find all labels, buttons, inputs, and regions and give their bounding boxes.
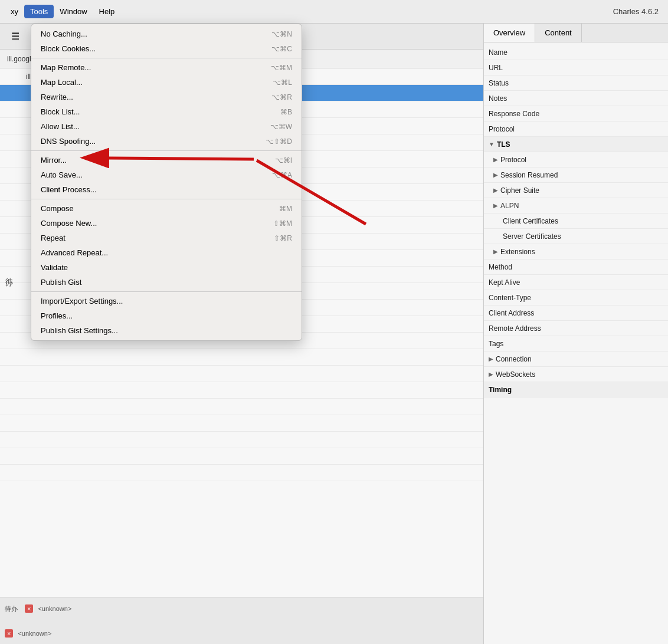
prop-tls-section[interactable]: ▼ TLS [484, 137, 668, 152]
status-badge-1: × [25, 604, 33, 613]
tls-protocol-chevron: ▶ [493, 156, 498, 163]
menu-publish-gist-settings-label: Publish Gist Settings... [41, 326, 118, 335]
status-row-2: × <unknown> [5, 629, 479, 638]
prop-protocol-label: Protocol [489, 125, 515, 133]
prop-kept-alive-label: Kept Alive [489, 278, 520, 287]
prop-url-label: URL [489, 64, 503, 72]
menu-publish-gist-settings[interactable]: Publish Gist Settings... [31, 323, 302, 338]
prop-content-type: Content-Type [484, 290, 668, 305]
menu-rewrite[interactable]: Rewrite... ⌥⌘R [31, 90, 302, 104]
menu-map-remote-label: Map Remote... [41, 63, 91, 72]
prop-connection[interactable]: ▶ Connection [484, 351, 668, 367]
alpn-label: ALPN [500, 202, 519, 210]
menu-xy[interactable]: xy [5, 5, 24, 18]
status-row-1: 待办 × <unknown> [5, 604, 479, 613]
cipher-suite-label: Cipher Suite [500, 186, 539, 195]
session-row-19[interactable] [0, 366, 483, 382]
tls-label: TLS [497, 140, 510, 149]
session-row-21[interactable] [0, 399, 483, 415]
menu-allow-list-shortcut: ⌥⌘W [270, 123, 292, 131]
menu-map-local[interactable]: Map Local... ⌥⌘L [31, 75, 302, 90]
prop-cipher-suite[interactable]: ▶ Cipher Suite [484, 183, 668, 198]
session-row-20[interactable] [0, 382, 483, 399]
session-row-24[interactable] [0, 448, 483, 465]
tls-protocol-label: Protocol [500, 156, 526, 164]
prop-content-type-label: Content-Type [489, 294, 531, 302]
app-title: Charles 4.6.2 [613, 7, 659, 16]
prop-remote-address: Remote Address [484, 321, 668, 336]
session-row-25[interactable] [0, 465, 483, 481]
menu-compose-shortcut: ⌘M [279, 205, 292, 213]
menu-map-remote[interactable]: Map Remote... ⌥⌘M [31, 60, 302, 75]
connection-chevron: ▶ [489, 356, 493, 362]
server-certs-label: Server Certificates [493, 232, 561, 241]
prop-status-label: Status [489, 79, 509, 87]
menu-block-list[interactable]: Block List... ⌘B [31, 104, 302, 119]
menu-validate-label: Validate [41, 263, 68, 272]
separator-2 [31, 150, 302, 151]
tls-chevron: ▼ [489, 141, 495, 147]
menu-map-local-label: Map Local... [41, 78, 83, 87]
menu-window[interactable]: Window [54, 5, 93, 18]
session-row-18[interactable] [0, 349, 483, 366]
menu-allow-list[interactable]: Allow List... ⌥⌘W [31, 119, 302, 134]
menu-repeat-label: Repeat [41, 234, 66, 242]
menu-validate[interactable]: Validate [31, 260, 302, 275]
status-text-2: <unknown> [18, 630, 51, 637]
session-resumed-chevron: ▶ [493, 172, 498, 178]
session-row-22[interactable] [0, 415, 483, 432]
menu-dns-spoofing[interactable]: DNS Spoofing... ⌥⇧⌘D [31, 134, 302, 149]
prop-tls-protocol[interactable]: ▶ Protocol [484, 152, 668, 167]
menu-import-export[interactable]: Import/Export Settings... [31, 294, 302, 308]
prop-notes-label: Notes [489, 94, 507, 103]
menu-advanced-repeat-label: Advanced Repeat... [41, 248, 108, 257]
menu-no-caching[interactable]: No Caching... ⌥⌘N [31, 27, 302, 41]
prop-protocol: Protocol [484, 121, 668, 137]
menu-dns-spoofing-label: DNS Spoofing... [41, 137, 96, 146]
prop-response-code: Response Code [484, 106, 668, 121]
menu-repeat[interactable]: Repeat ⇧⌘R [31, 231, 302, 245]
menu-block-cookies[interactable]: Block Cookies... ⌥⌘C [31, 41, 302, 56]
timing-label: Timing [489, 386, 512, 394]
menu-publish-gist[interactable]: Publish Gist [31, 275, 302, 290]
menu-client-process[interactable]: Client Process... [31, 182, 302, 197]
prop-extensions[interactable]: ▶ Extensions [484, 244, 668, 259]
menu-block-list-shortcut: ⌘B [280, 108, 292, 116]
prop-notes: Notes [484, 91, 668, 106]
menu-auto-save[interactable]: Auto Save... ⌥⌘A [31, 167, 302, 182]
tab-overview[interactable]: Overview [484, 24, 535, 42]
prop-timing-section[interactable]: Timing [484, 382, 668, 397]
tab-content[interactable]: Content [535, 24, 582, 42]
menu-mirror[interactable]: Mirror... ⌥⌘I [31, 153, 302, 167]
client-certs-label: Client Certificates [493, 217, 558, 225]
session-row-23[interactable] [0, 432, 483, 448]
menu-compose[interactable]: Compose ⌘M [31, 201, 302, 216]
prop-name-label: Name [489, 48, 507, 57]
dropdown-menu[interactable]: No Caching... ⌥⌘N Block Cookies... ⌥⌘C M… [31, 24, 302, 341]
menu-advanced-repeat[interactable]: Advanced Repeat... [31, 245, 302, 260]
prop-alpn[interactable]: ▶ ALPN [484, 198, 668, 213]
menu-tools[interactable]: Tools [24, 5, 54, 18]
menu-profiles[interactable]: Profiles... [31, 308, 302, 323]
prop-websockets[interactable]: ▶ WebSockets [484, 367, 668, 382]
menu-import-export-label: Import/Export Settings... [41, 297, 123, 305]
properties-list: Name URL Status Notes Response Code Prot… [484, 42, 668, 644]
menu-compose-new[interactable]: Compose New... ⇧⌘M [31, 216, 302, 231]
menu-allow-list-label: Allow List... [41, 122, 80, 131]
extensions-chevron: ▶ [493, 248, 498, 255]
prop-url: URL [484, 60, 668, 75]
menu-rewrite-shortcut: ⌥⌘R [271, 93, 292, 101]
session-resumed-label: Session Resumed [500, 171, 558, 179]
menu-help[interactable]: Help [93, 5, 121, 18]
status-text-1: <unknown> [38, 605, 71, 612]
prop-status: Status [484, 75, 668, 91]
prop-session-resumed[interactable]: ▶ Session Resumed [484, 167, 668, 183]
right-panel: Overview Content Name URL Status Notes R… [484, 24, 668, 644]
prop-tags-label: Tags [489, 340, 503, 348]
prop-kept-alive: Kept Alive [484, 275, 668, 290]
menu-no-caching-shortcut: ⌥⌘N [271, 30, 292, 38]
prop-server-certs: Server Certificates [484, 229, 668, 244]
menu-no-caching-label: No Caching... [41, 29, 87, 38]
prop-client-address: Client Address [484, 305, 668, 321]
list-icon[interactable]: ☰ [7, 28, 24, 45]
